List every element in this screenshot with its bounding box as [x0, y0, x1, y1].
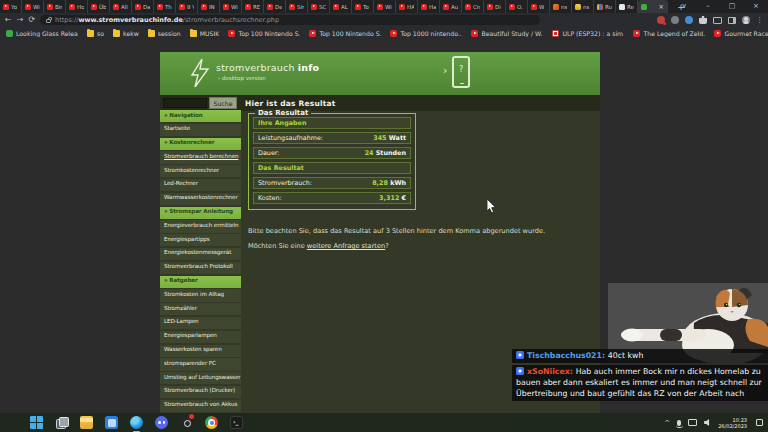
bookmark-item[interactable]: kekw [113, 30, 139, 37]
sidebar-item-warmwasserkostenrechner[interactable]: Warmwasserkostenrechner [160, 193, 241, 205]
maximize-button[interactable]: □ [720, 0, 744, 13]
notification-center-icon[interactable] [756, 419, 763, 426]
bookmark-item[interactable]: ULP (ESP32) : a sim... [552, 30, 624, 37]
site-logo[interactable]: stromverbrauch info [216, 62, 319, 73]
tab[interactable]: ns [572, 0, 594, 13]
sidebar-item-stromkosten-im-alltag[interactable]: Stromkosten im Alltag [160, 289, 241, 301]
tab[interactable]: Th [154, 0, 176, 13]
sidebar-item-stromverbrauch-berechnen[interactable]: Stromverbrauch berechnen [160, 151, 241, 163]
tab[interactable]: Re [616, 0, 638, 13]
tab[interactable]: IN [198, 0, 220, 13]
side-panel-icon[interactable] [728, 17, 736, 24]
extension-blue-icon[interactable] [685, 16, 693, 24]
tab[interactable]: Ho [66, 0, 88, 13]
photos-taskbar-icon[interactable] [105, 416, 118, 429]
tab[interactable]: ns [550, 0, 572, 13]
sidebar-item-stromverbrauch-von-akkus[interactable]: Stromverbrauch von Akkus [160, 400, 241, 412]
tab[interactable]: Au [440, 0, 462, 13]
tab[interactable]: De [264, 0, 286, 13]
explorer-taskbar-icon[interactable] [80, 416, 93, 429]
sidebar-item-stromverbrauch-protokoll[interactable]: Stromverbrauch Protokoll [160, 262, 241, 274]
new-request-link[interactable]: weitere Anfrage starten [307, 242, 385, 250]
search-button[interactable]: Suche [209, 97, 237, 109]
bookmark-item[interactable]: session [148, 30, 181, 37]
sidebar-item-stromsparender-pc[interactable]: stromsparender PC [160, 358, 241, 370]
tab[interactable]: Bir [44, 0, 66, 13]
bookmark-item[interactable]: Top 100 Nintendo S... [309, 30, 381, 37]
bookmark-item[interactable]: Top 100 Nintendo S... [228, 30, 300, 37]
back-button[interactable]: ← [5, 13, 12, 27]
tab[interactable]: To [352, 0, 374, 13]
speaker-icon[interactable] [704, 419, 711, 426]
reload-button[interactable]: ⟳ [28, 13, 35, 27]
extension-gray-icon[interactable] [671, 16, 679, 24]
tab[interactable]: All [110, 0, 132, 13]
edge-taskbar-icon[interactable] [130, 416, 143, 429]
url-text[interactable]: https://www.stromverbrauchinfo.de/stromv… [55, 16, 279, 24]
tab[interactable]: SC [308, 0, 330, 13]
chat-username[interactable]: xSoNiicex [527, 367, 570, 376]
tab[interactable]: Wi [22, 0, 44, 13]
sidebar-item-led-lampen[interactable]: LED-Lampen [160, 317, 241, 329]
sidebar-item-umstieg-auf-leitungswasser[interactable]: Umstieg auf Leitungswasser [160, 372, 241, 384]
bookmark-item[interactable]: MUSIK [190, 30, 220, 37]
sidebar-item-stromzähler[interactable]: Stromzähler [160, 303, 241, 315]
tab[interactable]: HA [396, 0, 418, 13]
tab[interactable]: Wi [220, 0, 242, 13]
tab[interactable]: AL [330, 0, 352, 13]
extension-badge-icon[interactable] [657, 16, 665, 24]
forward-button[interactable]: → [17, 13, 24, 27]
obs-taskbar-icon[interactable] [180, 416, 193, 429]
bookmark-item[interactable]: The Legend of Zeld... [633, 30, 705, 37]
discord-taskbar-icon[interactable] [155, 416, 168, 429]
bookmark-item[interactable]: Beautiful Study / W... [471, 30, 543, 37]
tab[interactable]: Ha [418, 0, 440, 13]
address-bar[interactable]: https://www.stromverbrauchinfo.de/stromv… [40, 15, 540, 25]
tab[interactable]: Wi [374, 0, 396, 13]
sidebar-item-stromverbrauch-drucker-[interactable]: Stromverbrauch (Drucker) [160, 386, 241, 398]
tab[interactable]: 8 V [176, 0, 198, 13]
bookmark-item[interactable]: so [87, 30, 104, 37]
touch-keyboard-icon[interactable] [688, 419, 697, 426]
microphone-icon[interactable] [677, 420, 681, 426]
bookmark-item[interactable]: Looking Glass Relea... [6, 30, 78, 37]
sidebar-item-wasserkosten-sparen[interactable]: Wasserkosten sparen [160, 345, 241, 357]
tab[interactable]: Cn [462, 0, 484, 13]
search-input[interactable] [163, 98, 207, 108]
extensions-puzzle-icon[interactable] [699, 16, 707, 24]
sidebar-item-led-rechner[interactable]: Led-Rechner [160, 179, 241, 191]
tab[interactable]: Da [132, 0, 154, 13]
sidebar-item-stromkostenrechner[interactable]: Stromkostenrechner [160, 165, 241, 177]
minimize-button[interactable]: – [696, 0, 720, 13]
tab[interactable]: Sir [286, 0, 308, 13]
sidebar-item-startseite[interactable]: Startseite [160, 124, 241, 136]
keyboard-icon[interactable] [713, 17, 722, 24]
profile-avatar[interactable] [742, 16, 750, 24]
tab[interactable]: Üb [88, 0, 110, 13]
bookmark-item[interactable]: Gourmet Race - Kir... [714, 30, 768, 37]
tab[interactable]: Ru [594, 0, 616, 13]
close-button[interactable]: × [744, 0, 768, 13]
taskbar-clock[interactable]: 10:23 26/02/2023 [718, 417, 747, 429]
tray-expand-icon[interactable]: ^ [664, 419, 670, 427]
mobile-version-icon[interactable]: ? [452, 56, 470, 88]
tab[interactable]: O. [506, 0, 528, 13]
tab[interactable]: RE [242, 0, 264, 13]
bookmark-item[interactable]: Top 1000 nintendo... [390, 30, 462, 37]
tab[interactable]: Di [484, 0, 506, 13]
tab[interactable]: W [528, 0, 550, 13]
sidebar-item-energiesparlampen[interactable]: Energiesparlampen [160, 331, 241, 343]
tab-search-icon[interactable]: ∨ [672, 0, 696, 13]
browser-menu-icon[interactable]: ⋮ [756, 16, 763, 24]
start-taskbar-icon[interactable] [30, 416, 43, 429]
chrome-taskbar-icon[interactable] [205, 416, 218, 429]
sidebar-item-energiekostenmessgerät[interactable]: Energiekostenmessgerät [160, 248, 241, 260]
tab-active[interactable]: × [638, 0, 668, 13]
terminal-taskbar-icon[interactable] [230, 416, 243, 429]
sidebar-item-energiespartipps[interactable]: Energiespartipps [160, 234, 241, 246]
taskview-taskbar-icon[interactable] [55, 416, 68, 429]
sidebar-item-energieverbrauch-ermitteln[interactable]: Energieverbrauch ermitteln [160, 220, 241, 232]
chat-username[interactable]: Tischbacchus021 [527, 351, 602, 360]
tab-close-icon[interactable]: × [658, 3, 664, 11]
tab[interactable]: Yo [0, 0, 22, 13]
